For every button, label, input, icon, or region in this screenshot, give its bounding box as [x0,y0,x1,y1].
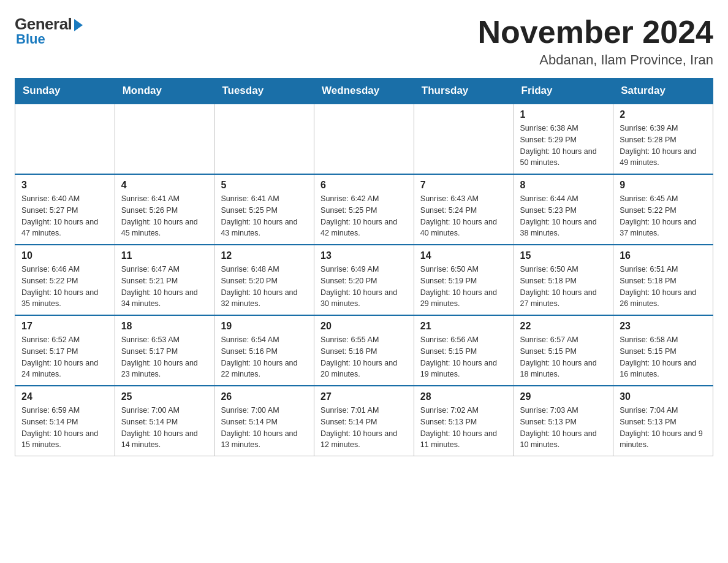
day-number: 27 [320,391,408,402]
day-number: 12 [221,250,308,261]
calendar-cell: 16Sunrise: 6:51 AMSunset: 5:18 PMDayligh… [613,245,713,315]
calendar-table: SundayMondayTuesdayWednesdayThursdayFrid… [15,78,713,456]
calendar-cell: 17Sunrise: 6:52 AMSunset: 5:17 PMDayligh… [15,315,115,386]
day-number: 15 [520,250,607,261]
week-row-3: 10Sunrise: 6:46 AMSunset: 5:22 PMDayligh… [15,245,713,315]
month-title: November 2024 [478,15,713,50]
weekday-header-monday: Monday [115,79,214,104]
day-number: 11 [121,250,208,261]
day-number: 23 [620,321,707,332]
weekday-header-saturday: Saturday [613,79,713,104]
calendar-cell: 13Sunrise: 6:49 AMSunset: 5:20 PMDayligh… [314,245,414,315]
calendar-cell: 12Sunrise: 6:48 AMSunset: 5:20 PMDayligh… [214,245,314,315]
calendar-cell: 11Sunrise: 6:47 AMSunset: 5:21 PMDayligh… [115,245,214,315]
day-number: 5 [221,180,308,191]
day-info: Sunrise: 6:54 AMSunset: 5:16 PMDaylight:… [221,334,308,380]
calendar-cell: 21Sunrise: 6:56 AMSunset: 5:15 PMDayligh… [414,315,514,386]
calendar-cell [15,104,115,174]
calendar-cell: 20Sunrise: 6:55 AMSunset: 5:16 PMDayligh… [314,315,414,386]
calendar-cell: 5Sunrise: 6:41 AMSunset: 5:25 PMDaylight… [214,174,314,245]
day-number: 2 [620,109,707,120]
day-number: 21 [420,321,507,332]
calendar-cell: 30Sunrise: 7:04 AMSunset: 5:13 PMDayligh… [613,386,713,456]
calendar-cell: 15Sunrise: 6:50 AMSunset: 5:18 PMDayligh… [514,245,613,315]
day-number: 13 [320,250,408,261]
calendar-cell: 4Sunrise: 6:41 AMSunset: 5:26 PMDaylight… [115,174,214,245]
day-number: 8 [520,180,607,191]
day-info: Sunrise: 6:51 AMSunset: 5:18 PMDaylight:… [620,264,707,310]
location: Abdanan, Ilam Province, Iran [478,52,713,68]
day-info: Sunrise: 6:38 AMSunset: 5:29 PMDaylight:… [520,123,607,169]
day-info: Sunrise: 6:57 AMSunset: 5:15 PMDaylight:… [520,334,607,380]
calendar-cell: 19Sunrise: 6:54 AMSunset: 5:16 PMDayligh… [214,315,314,386]
day-info: Sunrise: 6:43 AMSunset: 5:24 PMDaylight:… [420,193,507,239]
calendar-cell [414,104,514,174]
day-info: Sunrise: 7:00 AMSunset: 5:14 PMDaylight:… [221,405,308,451]
day-info: Sunrise: 6:48 AMSunset: 5:20 PMDaylight:… [221,264,308,310]
day-number: 4 [121,180,208,191]
day-number: 29 [520,391,607,402]
day-number: 3 [21,180,108,191]
calendar-cell: 27Sunrise: 7:01 AMSunset: 5:14 PMDayligh… [314,386,414,456]
weekday-header-sunday: Sunday [15,79,115,104]
calendar-cell [314,104,414,174]
title-block: November 2024 Abdanan, Ilam Province, Ir… [478,15,713,68]
calendar-cell: 3Sunrise: 6:40 AMSunset: 5:27 PMDaylight… [15,174,115,245]
day-number: 18 [121,321,208,332]
calendar-cell [214,104,314,174]
day-number: 25 [121,391,208,402]
calendar-cell: 6Sunrise: 6:42 AMSunset: 5:25 PMDaylight… [314,174,414,245]
day-info: Sunrise: 6:46 AMSunset: 5:22 PMDaylight:… [21,264,108,310]
logo-blue-text: Blue [16,31,45,47]
calendar-cell: 24Sunrise: 6:59 AMSunset: 5:14 PMDayligh… [15,386,115,456]
day-info: Sunrise: 6:58 AMSunset: 5:15 PMDaylight:… [620,334,707,380]
logo: General Blue [15,15,83,47]
day-info: Sunrise: 6:41 AMSunset: 5:25 PMDaylight:… [221,193,308,239]
weekday-header-row: SundayMondayTuesdayWednesdayThursdayFrid… [15,79,713,104]
day-info: Sunrise: 6:56 AMSunset: 5:15 PMDaylight:… [420,334,507,380]
calendar-cell: 1Sunrise: 6:38 AMSunset: 5:29 PMDaylight… [514,104,613,174]
day-info: Sunrise: 7:02 AMSunset: 5:13 PMDaylight:… [420,405,507,451]
day-number: 6 [320,180,408,191]
day-number: 28 [420,391,507,402]
calendar-cell: 29Sunrise: 7:03 AMSunset: 5:13 PMDayligh… [514,386,613,456]
page-header: General Blue November 2024 Abdanan, Ilam… [15,15,713,68]
day-info: Sunrise: 6:47 AMSunset: 5:21 PMDaylight:… [121,264,208,310]
day-info: Sunrise: 7:01 AMSunset: 5:14 PMDaylight:… [320,405,408,451]
calendar-cell: 9Sunrise: 6:45 AMSunset: 5:22 PMDaylight… [613,174,713,245]
day-info: Sunrise: 6:52 AMSunset: 5:17 PMDaylight:… [21,334,108,380]
day-info: Sunrise: 7:04 AMSunset: 5:13 PMDaylight:… [620,405,707,451]
calendar-cell: 7Sunrise: 6:43 AMSunset: 5:24 PMDaylight… [414,174,514,245]
calendar-cell: 14Sunrise: 6:50 AMSunset: 5:19 PMDayligh… [414,245,514,315]
day-info: Sunrise: 6:40 AMSunset: 5:27 PMDaylight:… [21,193,108,239]
weekday-header-tuesday: Tuesday [214,79,314,104]
day-number: 22 [520,321,607,332]
calendar-cell: 22Sunrise: 6:57 AMSunset: 5:15 PMDayligh… [514,315,613,386]
week-row-4: 17Sunrise: 6:52 AMSunset: 5:17 PMDayligh… [15,315,713,386]
day-number: 7 [420,180,507,191]
day-info: Sunrise: 6:41 AMSunset: 5:26 PMDaylight:… [121,193,208,239]
week-row-1: 1Sunrise: 6:38 AMSunset: 5:29 PMDaylight… [15,104,713,174]
day-number: 26 [221,391,308,402]
day-number: 16 [620,250,707,261]
day-info: Sunrise: 6:42 AMSunset: 5:25 PMDaylight:… [320,193,408,239]
day-number: 19 [221,321,308,332]
day-number: 9 [620,180,707,191]
day-number: 24 [21,391,108,402]
day-info: Sunrise: 6:53 AMSunset: 5:17 PMDaylight:… [121,334,208,380]
day-number: 17 [21,321,108,332]
calendar-cell: 8Sunrise: 6:44 AMSunset: 5:23 PMDaylight… [514,174,613,245]
day-info: Sunrise: 7:03 AMSunset: 5:13 PMDaylight:… [520,405,607,451]
logo-triangle-icon [74,19,83,31]
calendar-cell: 25Sunrise: 7:00 AMSunset: 5:14 PMDayligh… [115,386,214,456]
day-info: Sunrise: 6:49 AMSunset: 5:20 PMDaylight:… [320,264,408,310]
day-info: Sunrise: 6:59 AMSunset: 5:14 PMDaylight:… [21,405,108,451]
day-number: 20 [320,321,408,332]
day-number: 1 [520,109,607,120]
day-info: Sunrise: 6:50 AMSunset: 5:19 PMDaylight:… [420,264,507,310]
day-info: Sunrise: 6:55 AMSunset: 5:16 PMDaylight:… [320,334,408,380]
day-info: Sunrise: 6:45 AMSunset: 5:22 PMDaylight:… [620,193,707,239]
day-info: Sunrise: 6:39 AMSunset: 5:28 PMDaylight:… [620,123,707,169]
week-row-5: 24Sunrise: 6:59 AMSunset: 5:14 PMDayligh… [15,386,713,456]
calendar-cell: 18Sunrise: 6:53 AMSunset: 5:17 PMDayligh… [115,315,214,386]
